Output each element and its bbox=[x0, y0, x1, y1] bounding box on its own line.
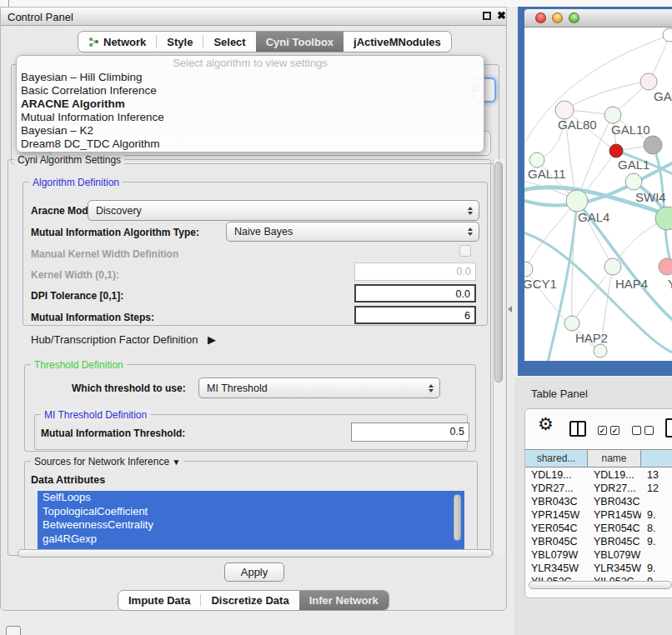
kernel-width-field[interactable]: 0.0 bbox=[354, 262, 476, 281]
table-row[interactable]: YLR345WYLR345W9. bbox=[525, 562, 672, 575]
table-cell[interactable]: YER054C bbox=[525, 522, 588, 534]
network-canvas-container[interactable]: GALGAL80GAL10GAL1GAL11SWI4GAL4GCY1HAP4YH… bbox=[524, 28, 672, 361]
table-cell[interactable]: 13 bbox=[641, 469, 672, 481]
table-cell[interactable]: YBL079W bbox=[588, 549, 641, 561]
close-traffic-light[interactable] bbox=[535, 12, 546, 23]
column-header-shared-name[interactable]: shared... bbox=[525, 449, 588, 468]
mi-steps-field[interactable]: 6 bbox=[354, 306, 476, 324]
network-edge[interactable] bbox=[564, 82, 649, 110]
algorithm-option-selected[interactable]: ARACNE Algorithm bbox=[17, 98, 484, 111]
algorithm-option[interactable]: Bayesian – Hill Climbing bbox=[17, 71, 484, 84]
algorithm-option[interactable]: Mutual Information Inference bbox=[17, 111, 484, 124]
mi-threshold-field[interactable]: 0.5 bbox=[351, 422, 469, 442]
tab-infer-network[interactable]: Infer Network bbox=[299, 591, 389, 610]
network-node-GAL1[interactable] bbox=[609, 144, 623, 158]
gear-icon[interactable]: ⚙ bbox=[538, 414, 554, 434]
network-node-GCY1[interactable] bbox=[524, 262, 533, 277]
dpi-tolerance-field[interactable]: 0.0 bbox=[354, 284, 476, 302]
float-window-icon[interactable] bbox=[483, 12, 491, 20]
table-cell[interactable]: 9. bbox=[641, 509, 672, 521]
new-column-icon[interactable] bbox=[665, 418, 672, 438]
tab-discretize-data-label: Discretize Data bbox=[211, 594, 288, 607]
network-node-SWI4[interactable] bbox=[625, 173, 642, 190]
tab-jactivemnodules[interactable]: jActiveMNodules bbox=[344, 32, 451, 52]
table-row[interactable]: YER054CYER054C8. bbox=[525, 522, 672, 535]
algorithm-option[interactable]: Dream8 DC_TDC Algorithm bbox=[17, 138, 484, 151]
table-row[interactable]: YDR27...YDR27...12 bbox=[525, 482, 672, 495]
control-panel-titlebar[interactable]: Control Panel ✖ bbox=[1, 8, 506, 26]
network-view-titlebar[interactable] bbox=[524, 9, 672, 28]
table-row[interactable]: YBR045CYBR045C9. bbox=[525, 535, 672, 548]
algorithm-option[interactable]: Bayesian – K2 bbox=[17, 124, 484, 138]
table-cell[interactable]: 9. bbox=[641, 562, 672, 574]
table-cell[interactable]: YLR345W bbox=[525, 562, 588, 574]
algorithm-option[interactable]: Basic Correlation Inference bbox=[17, 84, 484, 98]
close-icon[interactable]: ✖ bbox=[497, 9, 506, 22]
network-node-HAP2[interactable] bbox=[564, 316, 579, 331]
attribute-item[interactable]: BetweennessCentrality bbox=[38, 518, 464, 532]
column-header-extra[interactable] bbox=[641, 449, 672, 468]
table-cell[interactable]: YPR145W bbox=[525, 509, 588, 521]
network-node-unlabeled[interactable] bbox=[594, 344, 607, 358]
tab-style[interactable]: Style bbox=[157, 32, 203, 52]
settings-horizontal-scrollbar[interactable] bbox=[18, 549, 493, 558]
hub-definition-expander[interactable]: Hub/Transcription Factor Definition ▶ bbox=[31, 333, 216, 346]
tab-style-label: Style bbox=[167, 36, 193, 48]
table-cell[interactable]: YLR345W bbox=[588, 562, 641, 574]
minimize-traffic-light[interactable] bbox=[552, 12, 563, 23]
attribute-item[interactable]: SelfLoops bbox=[38, 491, 464, 505]
panel-divider-handle[interactable] bbox=[508, 306, 512, 312]
collapse-down-icon[interactable]: ▼ bbox=[172, 458, 180, 467]
tab-network[interactable]: Network bbox=[78, 32, 156, 52]
attributes-scrollbar-thumb[interactable] bbox=[454, 494, 461, 541]
manual-kernel-checkbox[interactable] bbox=[459, 245, 471, 257]
table-cell[interactable]: YER054C bbox=[588, 522, 641, 534]
algorithm-definition-title: Algorithm Definition bbox=[29, 177, 123, 188]
table-cell[interactable]: YDL19... bbox=[525, 469, 588, 481]
network-node-unlabeled[interactable] bbox=[644, 136, 662, 154]
table-cell[interactable]: YBL079W bbox=[525, 549, 588, 561]
table-row[interactable]: YPR145WYPR145W9. bbox=[525, 508, 672, 522]
table-cell[interactable]: 8. bbox=[641, 522, 672, 534]
tab-impute-data[interactable]: Impute Data bbox=[118, 591, 200, 610]
table-cell[interactable]: YDL19... bbox=[588, 469, 641, 481]
tab-discretize-data[interactable]: Discretize Data bbox=[201, 591, 298, 610]
mi-type-combobox[interactable]: Naive Bayes bbox=[226, 222, 479, 242]
columns-icon[interactable] bbox=[569, 421, 586, 437]
attribute-item[interactable]: TopologicalCoefficient bbox=[38, 505, 464, 519]
network-node-unlabeled[interactable] bbox=[663, 28, 672, 42]
network-node-GAL10[interactable] bbox=[604, 107, 621, 123]
attribute-item[interactable]: gal4RGexp bbox=[38, 532, 464, 547]
table-cell[interactable]: YPR145W bbox=[588, 509, 641, 521]
table-cell[interactable]: 9. bbox=[641, 536, 672, 548]
apply-button[interactable]: Apply bbox=[224, 562, 284, 582]
which-threshold-combobox[interactable]: MI Threshold bbox=[198, 378, 440, 398]
table-cell[interactable]: 12 bbox=[641, 482, 672, 494]
network-node-GAL[interactable] bbox=[640, 73, 657, 90]
table-cell[interactable]: YDR27... bbox=[588, 482, 641, 494]
tab-select[interactable]: Select bbox=[203, 32, 255, 52]
zoom-traffic-light[interactable] bbox=[569, 12, 579, 23]
network-node-Y[interactable] bbox=[659, 258, 672, 275]
settings-scrollbar-thumb[interactable] bbox=[494, 162, 503, 382]
network-node-GAL11[interactable] bbox=[529, 152, 544, 168]
table-horizontal-scrollbar[interactable] bbox=[529, 581, 672, 589]
column-header-name[interactable]: name bbox=[588, 449, 641, 468]
table-cell[interactable]: YBR045C bbox=[525, 536, 588, 548]
table-cell[interactable]: YDR27... bbox=[525, 482, 588, 494]
network-canvas[interactable]: GALGAL80GAL10GAL1GAL11SWI4GAL4GCY1HAP4YH… bbox=[524, 28, 672, 361]
table-cell[interactable]: YBR043C bbox=[525, 496, 588, 508]
table-row[interactable]: YDL19...YDL19...13 bbox=[525, 468, 672, 482]
deselect-all-icon[interactable] bbox=[632, 426, 654, 435]
network-node-GAL80[interactable] bbox=[555, 101, 574, 119]
aracne-mode-combobox[interactable]: Discovery bbox=[88, 200, 479, 221]
select-all-icon[interactable]: ✓✓ bbox=[598, 426, 619, 435]
table-row[interactable]: YBR043CYBR043C bbox=[525, 495, 672, 508]
network-node-GAL4[interactable] bbox=[566, 190, 588, 212]
network-node-HAP4[interactable] bbox=[604, 258, 621, 275]
table-row[interactable]: YBL079WYBL079W bbox=[525, 548, 672, 562]
table-cell[interactable]: YBR043C bbox=[588, 496, 641, 508]
minimized-panel-icon[interactable] bbox=[6, 626, 21, 635]
table-cell[interactable]: YBR045C bbox=[588, 536, 641, 548]
tab-cyni-toolbox[interactable]: Cyni Toolbox bbox=[256, 32, 344, 52]
